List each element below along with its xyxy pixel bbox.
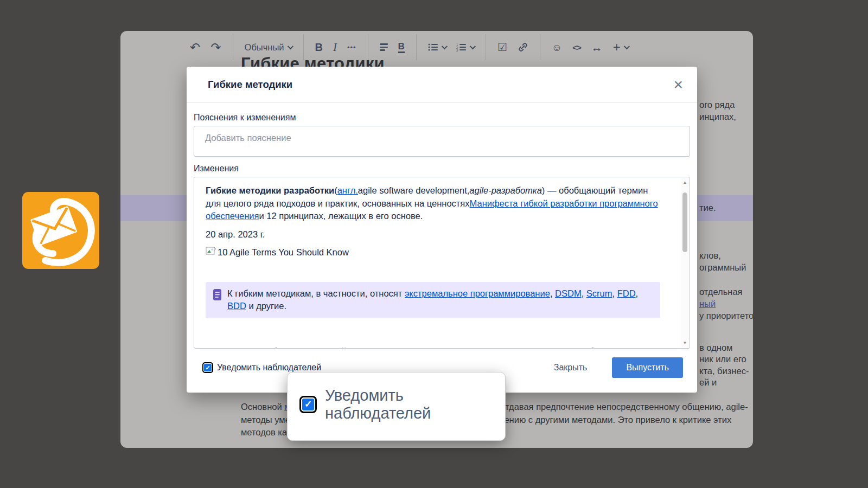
dialog-title: Гибкие методики bbox=[208, 79, 673, 91]
notify-label: Уведомить наблюдателей bbox=[217, 363, 321, 373]
numbered-list-button[interactable]: 123 bbox=[456, 43, 474, 52]
background-text-fragment: ный bbox=[699, 299, 716, 309]
toolbar-divider bbox=[233, 34, 233, 60]
text-segment: К гибким методикам, в частности, относят bbox=[227, 288, 405, 298]
chevron-down-icon bbox=[442, 43, 448, 49]
text-segment: Гибкие методики разработки bbox=[206, 185, 334, 195]
preview-paragraph: Гибкие методики разработки(англ.agile so… bbox=[206, 184, 660, 223]
comment-input[interactable] bbox=[194, 126, 690, 157]
link-icon[interactable] bbox=[518, 42, 528, 53]
dialog-body: Пояснения к изменениям Изменения Гибкие … bbox=[187, 103, 697, 378]
text-style-label: Обычный bbox=[245, 43, 284, 52]
publish-dialog: Гибкие методики × Пояснения к изменениям… bbox=[187, 67, 697, 393]
bullet-list-button[interactable] bbox=[428, 43, 446, 52]
page-width-icon[interactable]: ↔ bbox=[591, 42, 603, 53]
chevron-down-icon bbox=[470, 43, 476, 49]
background-text-fragment: ник или его bbox=[699, 354, 746, 364]
broken-image-icon bbox=[206, 246, 216, 259]
comment-label: Пояснения к изменениям bbox=[194, 113, 690, 123]
chevron-down-icon bbox=[624, 43, 630, 49]
close-button[interactable]: Закрыть bbox=[554, 363, 588, 373]
background-text-fragment: у приоритетов bbox=[699, 311, 753, 321]
inline-link[interactable]: DSDM bbox=[555, 288, 582, 298]
checkmark-icon: ✓ bbox=[302, 399, 314, 410]
toolbar-divider bbox=[416, 34, 417, 60]
magnifier-popup: ✓ Уведомить наблюдателей bbox=[287, 372, 506, 441]
toolbar-divider bbox=[540, 34, 540, 60]
clipped-paragraph: Большинство гибких методологий нацелены … bbox=[206, 345, 660, 349]
align-icon[interactable] bbox=[380, 43, 388, 51]
code-icon[interactable]: <> bbox=[572, 43, 581, 52]
svg-text:3: 3 bbox=[456, 49, 458, 52]
toolbar-divider bbox=[486, 34, 486, 60]
notify-label-magnified: Уведомить наблюдателей bbox=[325, 387, 505, 422]
inline-link[interactable]: Scrum bbox=[586, 288, 612, 298]
text-segment: , bbox=[582, 288, 586, 298]
preview-content: Гибкие методики разработки(англ.agile so… bbox=[194, 177, 690, 349]
scrollbar-track[interactable] bbox=[681, 187, 689, 338]
text-segment: , bbox=[612, 288, 617, 298]
redo-icon[interactable]: ↷ bbox=[210, 41, 221, 54]
text-segment: agile-разработка bbox=[469, 185, 542, 195]
italic-button[interactable]: I bbox=[333, 42, 337, 53]
text-segment: , bbox=[550, 288, 555, 298]
preview-scrollbar[interactable]: ▲ ▼ bbox=[681, 178, 689, 348]
text-segment: и другие. bbox=[246, 301, 286, 311]
background-text-fragment: клов, bbox=[699, 251, 721, 261]
text-color-icon[interactable]: B bbox=[398, 42, 405, 53]
inline-link[interactable]: FDD bbox=[617, 288, 636, 298]
background-text-fragment: тие. bbox=[699, 203, 716, 213]
changes-preview: Гибкие методики разработки(англ.agile so… bbox=[194, 177, 690, 349]
background-text-fragment: инципах, bbox=[699, 112, 736, 122]
desktop: ↶ ↷ Обычный B I ••• B bbox=[0, 0, 868, 488]
inline-link[interactable]: экстремальное программирование bbox=[405, 288, 550, 298]
dialog-header: Гибкие методики × bbox=[187, 67, 697, 103]
close-icon[interactable]: × bbox=[673, 76, 683, 93]
text-style-dropdown[interactable]: Обычный bbox=[245, 43, 292, 52]
notify-checkbox[interactable]: ✓ bbox=[202, 362, 213, 373]
inline-link[interactable]: BDD bbox=[227, 301, 246, 311]
notify-checkbox-magnified[interactable]: ✓ bbox=[299, 396, 317, 413]
changes-label: Изменения bbox=[194, 164, 690, 174]
image-alt-text: 10 Agile Terms You Should Know bbox=[218, 246, 349, 259]
scroll-down-icon[interactable]: ▼ bbox=[683, 338, 687, 348]
text-segment: и 12 принципах, лежащих в его основе. bbox=[259, 211, 423, 221]
plus-icon: + bbox=[613, 41, 621, 54]
background-text-fragment: ограммный bbox=[699, 262, 746, 273]
text-segment: , bbox=[636, 288, 639, 298]
background-text-fragment: в одном bbox=[699, 343, 732, 353]
bold-button[interactable]: B bbox=[315, 42, 323, 53]
preview-date: 20 апр. 2023 г. bbox=[206, 228, 660, 241]
emoji-icon[interactable]: ☺ bbox=[552, 42, 562, 53]
checkmark-icon: ✓ bbox=[204, 364, 212, 371]
insert-more-button[interactable]: + bbox=[613, 41, 628, 54]
note-icon bbox=[213, 289, 222, 304]
scroll-up-icon[interactable]: ▲ bbox=[683, 178, 687, 187]
info-panel: К гибким методикам, в частности, относят… bbox=[206, 282, 660, 318]
background-text-fragment: ого ряда bbox=[699, 100, 735, 110]
text-segment: agile software development, bbox=[358, 185, 469, 195]
mail-app-logo-icon[interactable] bbox=[22, 192, 99, 269]
inline-link[interactable]: англ. bbox=[337, 185, 358, 195]
publish-button[interactable]: Выпустить bbox=[612, 357, 683, 378]
scrollbar-thumb[interactable] bbox=[682, 192, 687, 252]
text-segment: Основной bbox=[241, 402, 284, 412]
background-text-fragment: ей и bbox=[699, 377, 717, 388]
undo-icon[interactable]: ↶ bbox=[190, 41, 200, 54]
info-panel-text: К гибким методикам, в частности, относят… bbox=[227, 287, 652, 313]
chevron-down-icon bbox=[287, 43, 293, 49]
background-text-fragment: кта, бизнес- bbox=[699, 366, 749, 376]
background-text-fragment: отдельная bbox=[699, 287, 743, 297]
task-checkbox-icon[interactable]: ☑ bbox=[497, 42, 507, 53]
more-formatting-icon[interactable]: ••• bbox=[347, 44, 356, 51]
preview-image-line: 10 Agile Terms You Should Know bbox=[206, 246, 660, 259]
